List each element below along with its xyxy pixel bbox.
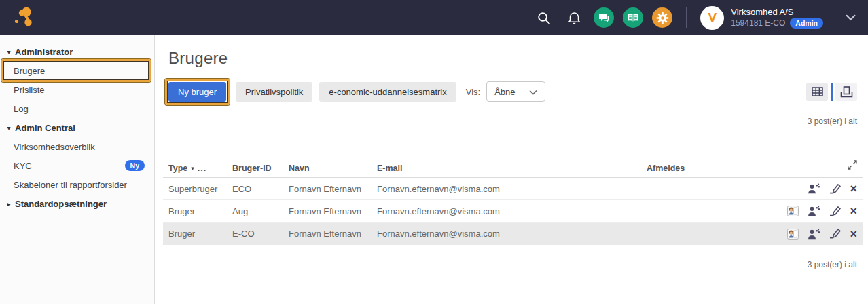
record-count-bottom: 3 post(er) i alt (168, 260, 857, 269)
company-name: Virksomhed A/S (731, 7, 823, 18)
cell-bruger-id: E-CO (232, 229, 289, 239)
column-header-type[interactable]: Type (168, 164, 187, 173)
company-number: 1594181 E-CO (731, 18, 785, 28)
cell-navn: Fornavn Efternavn (289, 229, 377, 239)
sidebar-item-prisliste[interactable]: Prisliste (0, 80, 154, 99)
sidebar-item-label: Virksomhedsoverblik (14, 142, 95, 152)
row-actions: × (755, 183, 857, 194)
afmeld-user-icon[interactable] (787, 206, 799, 216)
ny-badge: Ny (125, 160, 145, 171)
user-rights-icon[interactable] (808, 229, 820, 240)
sidebar: ▾ Administrator Brugere Prisliste Log ▾ … (0, 35, 155, 304)
sidebar-item-virksomhedsoverblik[interactable]: Virksomhedsoverblik (0, 137, 154, 156)
visma-avatar: V (700, 6, 724, 30)
table-row[interactable]: BrugerE-COFornavn EfternavnFornavn.efter… (163, 223, 863, 245)
sidebar-item-label: KYC (14, 161, 32, 171)
page-title: Brugere (168, 49, 857, 68)
view-filter-select[interactable]: Åbne (486, 81, 545, 102)
delete-icon[interactable]: × (850, 184, 857, 193)
edit-icon[interactable] (829, 184, 841, 194)
row-actions: × (755, 229, 857, 240)
toolbar: Ny bruger Privatlivspolitik e-conomic-ud… (168, 81, 857, 102)
print-icon[interactable] (835, 83, 857, 101)
chat-icon[interactable] (594, 7, 614, 28)
user-rights-icon[interactable] (808, 183, 820, 194)
sidebar-item-skabeloner[interactable]: Skabeloner til rapportforsider (0, 175, 154, 194)
sidebar-item-label: Prisliste (14, 85, 45, 95)
cell-type: Bruger (168, 229, 232, 239)
sidebar-section-label: Administrator (15, 47, 73, 57)
cell-bruger-id: ECO (232, 184, 289, 194)
e-conomic-logo-icon[interactable] (8, 3, 38, 33)
grid-view-icon[interactable] (806, 83, 828, 101)
topbar: V Virksomhed A/S 1594181 E-CO Admin (0, 0, 868, 35)
sidebar-section-standardopsaetninger[interactable]: ▸ Standardopsætninger (0, 194, 154, 213)
cell-email: Fornavn.efternavn@visma.com (377, 229, 647, 239)
table-row[interactable]: BrugerAugFornavn EfternavnFornavn.eftern… (163, 200, 863, 223)
sidebar-item-brugere[interactable]: Brugere (0, 61, 154, 80)
sidebar-item-label: Skabeloner til rapportforsider (14, 180, 127, 190)
sidebar-item-label: Brugere (14, 66, 45, 76)
sidebar-section-label: Admin Central (15, 123, 75, 133)
sidebar-section-admin-central[interactable]: ▾ Admin Central (0, 118, 154, 137)
new-user-button[interactable]: Ny bruger (168, 82, 226, 102)
chevron-down-icon (529, 87, 537, 97)
user-rights-icon[interactable] (808, 206, 820, 216)
column-menu-icon[interactable]: ... (198, 164, 206, 173)
admin-badge: Admin (790, 18, 823, 28)
column-header-navn[interactable]: Navn (289, 164, 377, 173)
view-filter-value: Åbne (494, 87, 515, 97)
collapse-arrow-icon: ▾ (4, 124, 14, 132)
cell-type: Superbruger (168, 184, 232, 194)
sidebar-section-label: Standardopsætninger (15, 199, 107, 209)
chevron-down-icon[interactable] (846, 14, 856, 21)
sidebar-item-kyc[interactable]: KYC Ny (0, 156, 154, 175)
cell-navn: Fornavn Efternavn (289, 206, 377, 216)
afmeld-user-icon[interactable] (787, 229, 799, 240)
table-body: SuperbrugerECOFornavn EfternavnFornavn.e… (168, 178, 857, 245)
users-table: Type ▾ ... Bruger-ID Navn E-mail Afmelde… (168, 159, 857, 245)
sidebar-item-label: Log (14, 104, 29, 114)
sidebar-section-administrator[interactable]: ▾ Administrator (0, 42, 154, 61)
search-icon[interactable] (532, 7, 554, 28)
column-header-bruger-id[interactable]: Bruger-ID (232, 164, 289, 173)
collapse-arrow-icon: ▾ (4, 48, 14, 56)
delete-icon[interactable]: × (850, 229, 857, 239)
row-actions: × (755, 206, 857, 216)
topbar-divider (686, 7, 687, 28)
cell-type: Bruger (168, 206, 232, 216)
cell-navn: Fornavn Efternavn (289, 184, 377, 194)
education-matrix-button[interactable]: e-conomic-uddannelsesmatrix (319, 82, 456, 102)
settings-gear-icon[interactable] (652, 7, 672, 28)
edit-icon[interactable] (829, 206, 841, 216)
sidebar-item-log[interactable]: Log (0, 99, 154, 118)
toolbar-blue-divider (831, 83, 833, 101)
edit-icon[interactable] (829, 229, 841, 239)
sort-arrow-icon[interactable]: ▾ (191, 165, 194, 172)
column-header-email[interactable]: E-mail (377, 164, 647, 173)
account-menu[interactable]: V Virksomhed A/S 1594181 E-CO Admin (700, 6, 823, 30)
delete-icon[interactable]: × (850, 206, 857, 216)
main-content: Brugere Ny bruger Privatlivspolitik e-co… (155, 35, 868, 304)
expand-arrow-icon: ▸ (4, 200, 14, 208)
view-filter-label: Vis: (466, 87, 480, 97)
notifications-bell-icon[interactable] (563, 7, 585, 28)
record-count-top: 3 post(er) i alt (168, 117, 857, 126)
expand-table-icon[interactable] (848, 160, 857, 170)
table-header-row: Type ▾ ... Bruger-ID Navn E-mail Afmelde… (163, 159, 863, 178)
academy-book-icon[interactable] (623, 7, 643, 28)
cell-email: Fornavn.efternavn@visma.com (377, 206, 647, 216)
column-header-afmeldes[interactable]: Afmeldes (647, 164, 755, 173)
cell-email: Fornavn.efternavn@visma.com (377, 184, 647, 194)
cell-bruger-id: Aug (232, 206, 289, 216)
privacy-policy-button[interactable]: Privatlivspolitik (236, 82, 312, 102)
table-row[interactable]: SuperbrugerECOFornavn EfternavnFornavn.e… (163, 178, 863, 200)
